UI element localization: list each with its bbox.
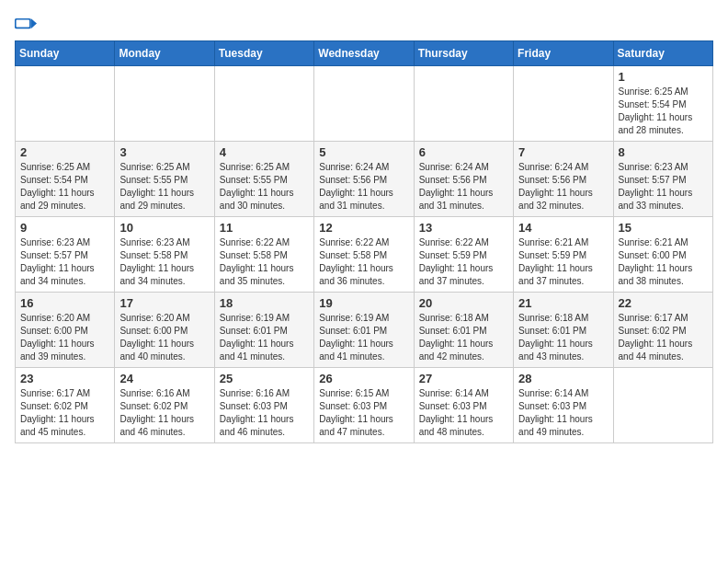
calendar-cell: 4Sunrise: 6:25 AM Sunset: 5:55 PM Daylig…	[214, 142, 313, 217]
day-info: Sunrise: 6:15 AM Sunset: 6:03 PM Dayligh…	[319, 387, 408, 439]
weekday-header-saturday: Saturday	[613, 41, 712, 66]
calendar-cell: 17Sunrise: 6:20 AM Sunset: 6:00 PM Dayli…	[115, 293, 214, 368]
weekday-header-sunday: Sunday	[16, 41, 115, 66]
day-number: 19	[319, 296, 408, 310]
day-info: Sunrise: 6:22 AM Sunset: 5:58 PM Dayligh…	[319, 236, 408, 288]
day-number: 10	[119, 221, 209, 235]
calendar-cell	[414, 66, 513, 142]
calendar-cell: 27Sunrise: 6:14 AM Sunset: 6:03 PM Dayli…	[414, 368, 513, 443]
day-number: 27	[419, 372, 508, 385]
calendar-cell: 22Sunrise: 6:17 AM Sunset: 6:02 PM Dayli…	[613, 293, 712, 368]
calendar-cell: 12Sunrise: 6:22 AM Sunset: 5:58 PM Dayli…	[314, 217, 414, 293]
day-number: 9	[20, 221, 109, 235]
calendar-cell: 23Sunrise: 6:17 AM Sunset: 6:02 PM Dayli…	[16, 368, 115, 443]
day-info: Sunrise: 6:24 AM Sunset: 5:56 PM Dayligh…	[518, 161, 608, 213]
calendar-cell: 8Sunrise: 6:23 AM Sunset: 5:57 PM Daylig…	[613, 142, 712, 217]
calendar-cell: 1Sunrise: 6:25 AM Sunset: 5:54 PM Daylig…	[613, 66, 712, 142]
day-info: Sunrise: 6:20 AM Sunset: 6:00 PM Dayligh…	[119, 312, 209, 363]
calendar-week-3: 9Sunrise: 6:23 AM Sunset: 5:57 PM Daylig…	[16, 217, 713, 293]
calendar-cell: 14Sunrise: 6:21 AM Sunset: 5:59 PM Dayli…	[514, 217, 613, 293]
calendar-cell: 15Sunrise: 6:21 AM Sunset: 6:00 PM Dayli…	[613, 217, 712, 293]
calendar-cell	[613, 368, 712, 443]
day-number: 12	[319, 221, 408, 235]
day-info: Sunrise: 6:22 AM Sunset: 5:58 PM Dayligh…	[220, 236, 309, 288]
calendar-cell	[314, 66, 414, 142]
day-info: Sunrise: 6:17 AM Sunset: 6:02 PM Dayligh…	[619, 312, 708, 363]
calendar-week-2: 2Sunrise: 6:25 AM Sunset: 5:54 PM Daylig…	[16, 142, 713, 217]
calendar-cell: 21Sunrise: 6:18 AM Sunset: 6:01 PM Dayli…	[514, 293, 613, 368]
calendar-cell: 20Sunrise: 6:18 AM Sunset: 6:01 PM Dayli…	[414, 293, 513, 368]
calendar-cell: 7Sunrise: 6:24 AM Sunset: 5:56 PM Daylig…	[514, 142, 613, 217]
day-number: 3	[119, 145, 209, 159]
svg-marker-1	[31, 18, 37, 29]
day-info: Sunrise: 6:23 AM Sunset: 5:57 PM Dayligh…	[619, 161, 708, 213]
calendar-cell: 16Sunrise: 6:20 AM Sunset: 6:00 PM Dayli…	[16, 293, 115, 368]
day-info: Sunrise: 6:23 AM Sunset: 5:57 PM Dayligh…	[20, 236, 109, 288]
calendar-cell: 10Sunrise: 6:23 AM Sunset: 5:58 PM Dayli…	[115, 217, 214, 293]
calendar-cell: 25Sunrise: 6:16 AM Sunset: 6:03 PM Dayli…	[214, 368, 313, 443]
day-info: Sunrise: 6:24 AM Sunset: 5:56 PM Dayligh…	[419, 161, 508, 213]
calendar-week-5: 23Sunrise: 6:17 AM Sunset: 6:02 PM Dayli…	[16, 368, 713, 443]
day-info: Sunrise: 6:25 AM Sunset: 5:54 PM Dayligh…	[20, 161, 109, 213]
day-number: 25	[220, 372, 309, 385]
weekday-header-friday: Friday	[514, 41, 613, 66]
day-info: Sunrise: 6:21 AM Sunset: 5:59 PM Dayligh…	[518, 236, 608, 288]
calendar-cell	[16, 66, 115, 142]
day-number: 1	[619, 70, 708, 84]
day-number: 17	[119, 296, 209, 310]
calendar-cell: 9Sunrise: 6:23 AM Sunset: 5:57 PM Daylig…	[16, 217, 115, 293]
day-number: 18	[220, 296, 309, 310]
calendar-cell: 26Sunrise: 6:15 AM Sunset: 6:03 PM Dayli…	[314, 368, 414, 443]
calendar-cell: 3Sunrise: 6:25 AM Sunset: 5:55 PM Daylig…	[115, 142, 214, 217]
day-info: Sunrise: 6:16 AM Sunset: 6:03 PM Dayligh…	[220, 387, 309, 439]
day-info: Sunrise: 6:19 AM Sunset: 6:01 PM Dayligh…	[220, 312, 309, 363]
day-info: Sunrise: 6:25 AM Sunset: 5:54 PM Dayligh…	[619, 86, 708, 137]
calendar-cell	[514, 66, 613, 142]
day-info: Sunrise: 6:14 AM Sunset: 6:03 PM Dayligh…	[518, 387, 608, 439]
calendar-cell: 6Sunrise: 6:24 AM Sunset: 5:56 PM Daylig…	[414, 142, 513, 217]
day-number: 7	[518, 145, 608, 159]
weekday-header-wednesday: Wednesday	[314, 41, 414, 66]
day-info: Sunrise: 6:16 AM Sunset: 6:02 PM Dayligh…	[119, 387, 209, 439]
calendar-cell: 24Sunrise: 6:16 AM Sunset: 6:02 PM Dayli…	[115, 368, 214, 443]
day-number: 15	[619, 221, 708, 235]
day-number: 5	[319, 145, 408, 159]
day-number: 14	[518, 221, 608, 235]
day-info: Sunrise: 6:20 AM Sunset: 6:00 PM Dayligh…	[20, 312, 109, 363]
day-number: 6	[419, 145, 508, 159]
day-info: Sunrise: 6:19 AM Sunset: 6:01 PM Dayligh…	[319, 312, 408, 363]
day-number: 26	[319, 372, 408, 385]
logo-icon	[15, 15, 37, 33]
calendar-week-4: 16Sunrise: 6:20 AM Sunset: 6:00 PM Dayli…	[16, 293, 713, 368]
calendar-week-1: 1Sunrise: 6:25 AM Sunset: 5:54 PM Daylig…	[16, 66, 713, 142]
day-number: 13	[419, 221, 508, 235]
day-info: Sunrise: 6:17 AM Sunset: 6:02 PM Dayligh…	[20, 387, 109, 439]
day-number: 8	[619, 145, 708, 159]
day-info: Sunrise: 6:24 AM Sunset: 5:56 PM Dayligh…	[319, 161, 408, 213]
calendar-cell: 28Sunrise: 6:14 AM Sunset: 6:03 PM Dayli…	[514, 368, 613, 443]
page-header	[15, 15, 713, 33]
day-number: 24	[119, 372, 209, 385]
day-number: 21	[518, 296, 608, 310]
day-info: Sunrise: 6:18 AM Sunset: 6:01 PM Dayligh…	[419, 312, 508, 363]
day-info: Sunrise: 6:18 AM Sunset: 6:01 PM Dayligh…	[518, 312, 608, 363]
weekday-header-monday: Monday	[115, 41, 214, 66]
calendar-cell	[115, 66, 214, 142]
day-info: Sunrise: 6:22 AM Sunset: 5:59 PM Dayligh…	[419, 236, 508, 288]
calendar-cell: 13Sunrise: 6:22 AM Sunset: 5:59 PM Dayli…	[414, 217, 513, 293]
day-number: 11	[220, 221, 309, 235]
calendar-table: SundayMondayTuesdayWednesdayThursdayFrid…	[15, 40, 713, 443]
day-info: Sunrise: 6:14 AM Sunset: 6:03 PM Dayligh…	[419, 387, 508, 439]
day-number: 22	[619, 296, 708, 310]
logo	[15, 15, 40, 33]
day-number: 28	[518, 372, 608, 385]
svg-rect-2	[17, 20, 29, 28]
calendar-cell: 11Sunrise: 6:22 AM Sunset: 5:58 PM Dayli…	[214, 217, 313, 293]
calendar-cell: 19Sunrise: 6:19 AM Sunset: 6:01 PM Dayli…	[314, 293, 414, 368]
day-number: 16	[20, 296, 109, 310]
day-info: Sunrise: 6:21 AM Sunset: 6:00 PM Dayligh…	[619, 236, 708, 288]
calendar-cell	[214, 66, 313, 142]
day-info: Sunrise: 6:25 AM Sunset: 5:55 PM Dayligh…	[119, 161, 209, 213]
day-number: 23	[20, 372, 109, 385]
day-number: 4	[220, 145, 309, 159]
